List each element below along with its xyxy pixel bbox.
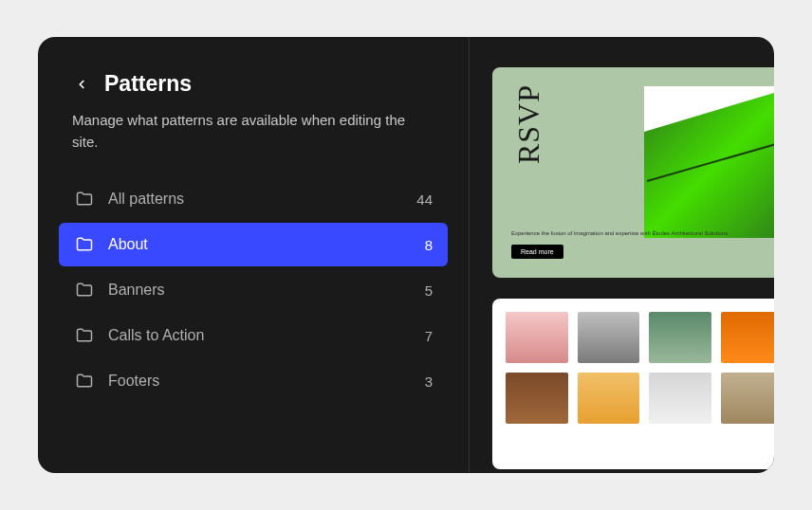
pattern-category-list: All patterns44About8Banners5Calls to Act… <box>38 170 469 410</box>
folder-icon <box>74 189 95 209</box>
category-item-calls-to-action[interactable]: Calls to Action7 <box>59 314 448 357</box>
category-item-banners[interactable]: Banners5 <box>59 268 448 312</box>
pattern-preview-card[interactable] <box>492 299 774 469</box>
page-subtitle: Manage what patterns are available when … <box>72 110 434 153</box>
thumbnail-grid <box>506 312 774 424</box>
rsvp-heading: RSVP <box>511 84 546 164</box>
folder-icon <box>74 280 95 301</box>
category-count: 5 <box>425 282 433 299</box>
category-label: Banners <box>108 282 425 299</box>
folder-icon <box>74 234 95 255</box>
patterns-sidebar: Patterns Manage what patterns are availa… <box>38 37 470 473</box>
category-label: All patterns <box>108 191 416 208</box>
thumbnail <box>721 312 775 363</box>
app-window: Patterns Manage what patterns are availa… <box>38 37 774 473</box>
thumbnail <box>649 373 711 424</box>
category-count: 44 <box>416 191 433 208</box>
category-label: About <box>108 236 425 253</box>
folder-icon <box>74 325 95 346</box>
category-label: Calls to Action <box>108 327 425 344</box>
read-more-button: Read more <box>511 245 563 259</box>
category-label: Footers <box>108 373 425 390</box>
category-count: 7 <box>425 328 433 344</box>
folder-icon <box>74 371 95 392</box>
thumbnail <box>649 312 711 363</box>
thumbnail <box>578 312 640 363</box>
category-item-all-patterns[interactable]: All patterns44 <box>59 177 448 221</box>
page-title: Patterns <box>104 71 192 97</box>
category-item-about[interactable]: About8 <box>59 223 448 266</box>
thumbnail <box>506 373 568 424</box>
pattern-preview-card[interactable]: RSVP Experience the fusion of imaginatio… <box>492 67 774 278</box>
back-icon[interactable] <box>72 75 91 94</box>
pattern-preview-panel: RSVP Experience the fusion of imaginatio… <box>470 37 774 473</box>
thumbnail <box>578 373 640 424</box>
hero-image-placeholder <box>644 86 774 238</box>
category-item-footers[interactable]: Footers3 <box>59 359 448 403</box>
thumbnail <box>721 373 775 424</box>
card-description: Experience the fusion of imagination and… <box>511 230 729 238</box>
thumbnail <box>506 312 568 363</box>
category-count: 8 <box>425 237 433 253</box>
sidebar-header: Patterns Manage what patterns are availa… <box>38 71 469 170</box>
category-count: 3 <box>425 373 433 390</box>
